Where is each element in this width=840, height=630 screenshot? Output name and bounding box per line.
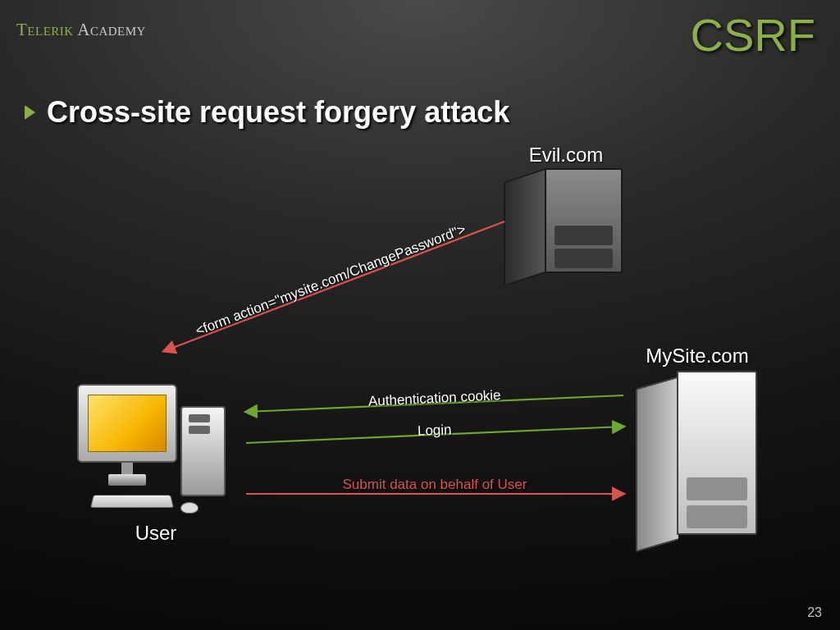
subtitle-text: Cross-site request forgery attack [47, 95, 509, 130]
user-computer-icon [57, 377, 254, 517]
arrow-login-label: Login [418, 422, 452, 439]
brand-part-1: Telerik [16, 20, 77, 39]
subtitle-row: Cross-site request forgery attack [25, 95, 509, 130]
brand-logo: Telerik Academy [16, 20, 146, 40]
mysite-server-icon [628, 368, 767, 556]
node-evil-label: Evil.com [476, 144, 656, 167]
node-user-label: User [57, 522, 254, 545]
node-mysite: MySite.com [607, 345, 788, 556]
arrow-submit-label: Submit data on behalf of User [343, 477, 527, 492]
node-user: User [57, 377, 254, 545]
node-mysite-label: MySite.com [607, 345, 788, 368]
arrow-auth-cookie-label: Authentication cookie [368, 387, 501, 409]
page-number: 23 [807, 605, 822, 620]
arrow-form-action [164, 221, 504, 351]
brand-part-2: Academy [77, 20, 146, 39]
evil-server-icon [492, 167, 640, 290]
arrow-login [246, 427, 623, 443]
arrow-form-action-label: <form action="mysite.com/ChangePassword"… [194, 221, 468, 339]
page-title: CSRF [691, 8, 815, 62]
node-evil: Evil.com [476, 144, 656, 290]
arrow-auth-cookie [246, 395, 623, 412]
bullet-icon [25, 105, 35, 120]
